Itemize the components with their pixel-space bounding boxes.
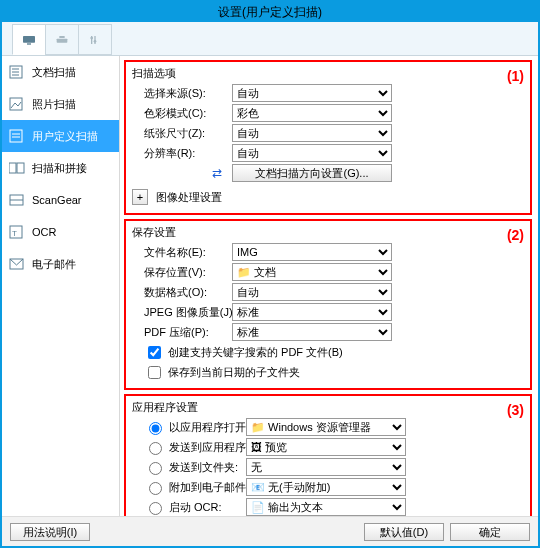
toptab-scan-to-pc[interactable] [12,24,46,55]
select-paper-size[interactable]: 自动 [232,124,392,142]
select-file-name[interactable]: IMG [232,243,392,261]
svg-rect-0 [23,36,35,43]
label-file-name: 文件名称(E): [132,245,228,260]
section-title: 扫描选项 [132,66,524,81]
label-send-to-folder: 发送到文件夹: [169,460,238,475]
email-icon [8,257,26,271]
save-settings-section: (2) 保存设置 文件名称(E): IMG 保存位置(V): 📁 文档 数据格式… [124,219,532,390]
label-start-ocr: 启动 OCR: [169,500,222,515]
sidebar-item-document-scan[interactable]: 文档扫描 [2,56,119,88]
expand-image-processing-button[interactable]: + [132,189,148,205]
sidebar-item-email[interactable]: 电子邮件 [2,248,119,280]
select-open-with-app[interactable]: 📁 Windows 资源管理器 [246,418,406,436]
photo-icon [8,97,26,111]
window-title: 设置(用户定义扫描) [2,2,538,22]
select-color-mode[interactable]: 彩色 [232,104,392,122]
label-date-subfolder: 保存到当前日期的子文件夹 [168,365,300,380]
orientation-settings-button[interactable]: 文档扫描方向设置(G)... [232,164,392,182]
radio-open-with-app[interactable] [149,422,162,435]
sidebar: 文档扫描 照片扫描 用户定义扫描 扫描和拼接 ScanGear T OCR [2,56,120,516]
section-marker-1: (1) [507,68,524,84]
select-attach-email[interactable]: 📧 无(手动附加) [246,478,406,496]
application-settings-section: (3) 应用程序设置 以应用程序打开: 📁 Windows 资源管理器 发送到应… [124,394,532,516]
checkbox-searchable-pdf[interactable] [148,346,161,359]
radio-attach-email[interactable] [149,482,162,495]
label-data-format: 数据格式(O): [132,285,228,300]
svg-point-6 [90,36,93,39]
label-jpeg-quality: JPEG 图像质量(J): [132,305,228,320]
checkbox-date-subfolder[interactable] [148,366,161,379]
select-send-to-folder[interactable]: 无 [246,458,406,476]
svg-rect-13 [10,130,22,142]
sidebar-item-scangear[interactable]: ScanGear [2,184,119,216]
radio-start-ocr[interactable] [149,502,162,515]
select-resolution[interactable]: 自动 [232,144,392,162]
sidebar-item-ocr[interactable]: T OCR [2,216,119,248]
radio-send-to-app[interactable] [149,442,162,455]
svg-rect-1 [27,43,31,44]
select-source[interactable]: 自动 [232,84,392,102]
sidebar-item-label: 用户定义扫描 [32,129,98,144]
scangear-icon [8,193,26,207]
label-pdf-compression: PDF 压缩(P): [132,325,228,340]
select-data-format[interactable]: 自动 [232,283,392,301]
label-paper-size: 纸张尺寸(Z): [132,126,228,141]
section-title: 应用程序设置 [132,400,524,415]
select-save-location[interactable]: 📁 文档 [232,263,392,281]
duplex-arrows-icon: ⇄ [212,166,222,180]
radio-send-to-folder[interactable] [149,462,162,475]
sidebar-item-label: 电子邮件 [32,257,76,272]
image-processing-label: 图像处理设置 [156,190,222,205]
toptab-tools[interactable] [78,24,112,55]
sidebar-item-label: 文档扫描 [32,65,76,80]
sidebar-item-label: ScanGear [32,194,82,206]
sidebar-item-label: OCR [32,226,56,238]
svg-rect-2 [57,38,68,42]
select-pdf-compression[interactable]: 标准 [232,323,392,341]
sidebar-item-custom-scan[interactable]: 用户定义扫描 [2,120,119,152]
top-toolbar [2,22,538,56]
sidebar-item-photo-scan[interactable]: 照片扫描 [2,88,119,120]
svg-point-7 [94,40,97,43]
section-marker-3: (3) [507,402,524,418]
label-color-mode: 色彩模式(C): [132,106,228,121]
select-jpeg-quality[interactable]: 标准 [232,303,392,321]
section-marker-2: (2) [507,227,524,243]
instructions-button[interactable]: 用法说明(I) [10,523,90,541]
label-save-location: 保存位置(V): [132,265,228,280]
label-source: 选择来源(S): [132,86,228,101]
section-title: 保存设置 [132,225,524,240]
svg-rect-3 [59,36,64,38]
document-icon [8,65,26,79]
toptab-scan-from-device[interactable] [45,24,79,55]
ocr-icon: T [8,225,26,239]
sidebar-item-stitch[interactable]: 扫描和拼接 [2,152,119,184]
svg-rect-17 [17,163,24,173]
sidebar-item-label: 扫描和拼接 [32,161,87,176]
stitch-icon [8,161,26,175]
main-panel: (1) 扫描选项 选择来源(S): 自动 色彩模式(C): 彩色 纸张尺寸(Z)… [120,56,538,516]
footer: 用法说明(I) 默认值(D) 确定 [2,516,538,546]
label-attach-email: 附加到电子邮件: [169,480,249,495]
ok-button[interactable]: 确定 [450,523,530,541]
label-resolution: 分辨率(R): [132,146,228,161]
select-start-ocr[interactable]: 📄 输出为文本 [246,498,406,516]
label-searchable-pdf: 创建支持关键字搜索的 PDF 文件(B) [168,345,343,360]
label-send-to-app: 发送到应用程序: [169,440,249,455]
scan-options-section: (1) 扫描选项 选择来源(S): 自动 色彩模式(C): 彩色 纸张尺寸(Z)… [124,60,532,215]
select-send-to-app[interactable]: 🖼 预览 [246,438,406,456]
sidebar-item-label: 照片扫描 [32,97,76,112]
svg-text:T: T [12,229,17,238]
svg-rect-16 [9,163,16,173]
defaults-button[interactable]: 默认值(D) [364,523,444,541]
custom-icon [8,129,26,143]
label-open-with-app: 以应用程序打开: [169,420,249,435]
